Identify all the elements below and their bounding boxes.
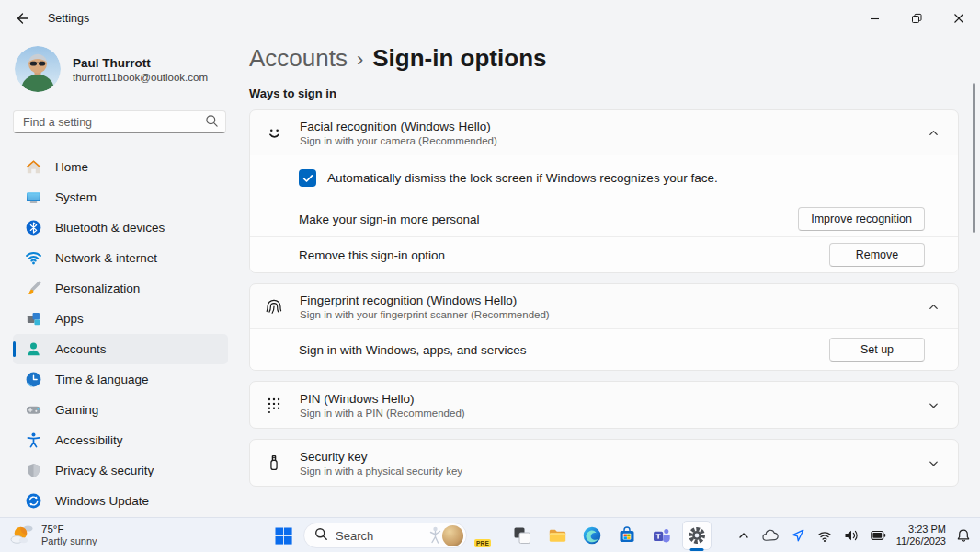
app-title: Settings [48, 12, 89, 25]
card-pin: PIN (Windows Hello) Sign in with a PIN (… [249, 381, 959, 429]
system-tray: 3:23 PM 11/26/2023 [735, 518, 973, 552]
card-subtitle: Sign in with your fingerprint scanner (R… [300, 309, 550, 320]
dancer-figure-icon [428, 525, 442, 546]
sidebar-item-label: Apps [55, 312, 84, 326]
sidebar-item-bluetooth-devices[interactable]: Bluetooth & devices [13, 213, 228, 243]
location-arrow-icon [791, 528, 805, 543]
start-button[interactable] [268, 521, 298, 550]
edge-icon [582, 525, 602, 546]
improve-recognition-row: Make your sign-in more personal Improve … [250, 201, 958, 236]
restore-icon [911, 13, 922, 24]
battery-tray-icon[interactable] [869, 528, 888, 543]
minimize-button[interactable] [853, 0, 895, 37]
fingerprint-setup-label: Sign in with Windows, apps, and services [299, 343, 527, 357]
sidebar-item-label: Home [55, 160, 88, 174]
wifi-tray-icon[interactable] [815, 527, 834, 545]
card-fingerprint-recognition: Fingerprint recognition (Windows Hello) … [249, 283, 959, 371]
checkmark-icon [302, 174, 313, 183]
card-security-key: Security key Sign in with a physical sec… [249, 439, 959, 487]
notifications-button[interactable] [954, 526, 973, 545]
taskbar-search[interactable]: Search [303, 523, 467, 548]
fingerprint-header[interactable]: Fingerprint recognition (Windows Hello) … [250, 284, 958, 328]
sidebar-item-system[interactable]: System [13, 182, 228, 213]
gear-icon [687, 525, 707, 546]
avatar [15, 46, 61, 92]
sidebar-item-accounts[interactable]: Accounts [13, 334, 228, 364]
fingerprint-setup-row: Sign in with Windows, apps, and services… [250, 328, 958, 370]
clock[interactable]: 3:23 PM 11/26/2023 [896, 523, 946, 548]
sidebar-item-label: Bluetooth & devices [55, 221, 165, 235]
sidebar-item-apps[interactable]: Apps [13, 304, 228, 334]
pin-pad-icon [263, 395, 285, 415]
sidebar-item-label: Accounts [55, 342, 107, 356]
auto-dismiss-checkbox[interactable] [299, 169, 316, 187]
chevron-up-icon[interactable] [924, 297, 943, 316]
taskbar-center: Search PRE [268, 518, 712, 552]
security-key-header[interactable]: Security key Sign in with a physical sec… [250, 440, 958, 486]
find-setting-input[interactable] [13, 110, 226, 133]
sidebar-item-gaming[interactable]: Gaming [13, 395, 228, 425]
volume-tray-icon[interactable] [842, 527, 860, 544]
sidebar-item-label: Personalization [55, 282, 140, 295]
settings-button[interactable] [682, 521, 712, 550]
sidebar-item-label: Accessibility [55, 433, 123, 447]
close-button[interactable] [938, 0, 980, 37]
weather-widget[interactable]: 75°F Partly sunny [9, 521, 97, 550]
sidebar-item-time-language[interactable]: Time & language [13, 364, 228, 395]
edge-button[interactable] [577, 521, 607, 550]
file-explorer-icon [547, 525, 567, 546]
content-scrollbar[interactable] [973, 83, 975, 233]
chevron-up-icon[interactable] [924, 123, 943, 143]
battery-icon [871, 530, 886, 541]
hidden-icons-chevron[interactable] [735, 527, 752, 544]
microsoft-store-button[interactable] [612, 521, 642, 550]
weather-temperature: 75°F [41, 523, 97, 535]
section-label-ways-to-sign-in: Ways to sign in [249, 86, 959, 100]
sidebar-item-home[interactable]: Home [13, 152, 228, 182]
facial-recognition-header[interactable]: Facial recognition (Windows Hello) Sign … [250, 110, 958, 155]
accessibility-icon [24, 431, 42, 450]
home-icon [24, 158, 42, 177]
sidebar-item-windows-update[interactable]: Windows Update [13, 486, 228, 516]
restore-button[interactable] [895, 0, 938, 37]
sidebar-item-network-internet[interactable]: Network & internet [13, 243, 228, 273]
sidebar: Paul Thurrott thurrott11book@outlook.com… [0, 37, 241, 517]
search-highlight-image[interactable] [427, 524, 463, 546]
chevron-down-icon[interactable] [924, 454, 943, 473]
teams-button[interactable] [647, 521, 677, 550]
clock-date: 11/26/2023 [896, 535, 946, 548]
copilot-button[interactable]: PRE [473, 521, 502, 550]
breadcrumb: Accounts › Sign-in options [249, 44, 959, 73]
search-icon [205, 114, 219, 132]
pin-header[interactable]: PIN (Windows Hello) Sign in with a PIN (… [250, 382, 958, 428]
teams-icon [652, 525, 672, 546]
remove-button[interactable]: Remove [829, 243, 925, 267]
security-key-titles: Security key Sign in with a physical sec… [300, 450, 462, 477]
breadcrumb-separator-icon: › [357, 48, 363, 72]
sidebar-item-privacy-security[interactable]: Privacy & security [13, 455, 228, 486]
pin-titles: PIN (Windows Hello) Sign in with a PIN (… [300, 392, 465, 419]
sidebar-item-personalization[interactable]: Personalization [13, 273, 228, 304]
back-button[interactable] [4, 2, 40, 35]
chevron-down-icon[interactable] [924, 396, 943, 415]
bell-icon [956, 528, 971, 543]
search-icon [314, 527, 328, 545]
cloud-icon [762, 529, 779, 542]
location-tray-icon[interactable] [789, 526, 807, 545]
breadcrumb-accounts[interactable]: Accounts [249, 44, 348, 73]
sidebar-item-accessibility[interactable]: Accessibility [13, 425, 228, 455]
task-view-button[interactable] [507, 521, 537, 550]
file-explorer-button[interactable] [542, 521, 572, 550]
profile-card[interactable]: Paul Thurrott thurrott11book@outlook.com [15, 46, 226, 92]
onedrive-tray-icon[interactable] [760, 527, 781, 544]
apps-icon [24, 310, 42, 328]
facial-recognition-titles: Facial recognition (Windows Hello) Sign … [300, 120, 497, 146]
improve-recognition-button[interactable]: Improve recognition [798, 207, 925, 231]
sidebar-nav: Home System Bluetooth & devices Network … [13, 152, 228, 516]
card-title: Fingerprint recognition (Windows Hello) [300, 293, 550, 307]
weather-text: 75°F Partly sunny [41, 523, 97, 547]
set-up-button[interactable]: Set up [829, 338, 925, 362]
sidebar-item-label: Gaming [55, 403, 98, 417]
profile-email: thurrott11book@outlook.com [73, 72, 208, 83]
speaker-icon [844, 529, 859, 542]
